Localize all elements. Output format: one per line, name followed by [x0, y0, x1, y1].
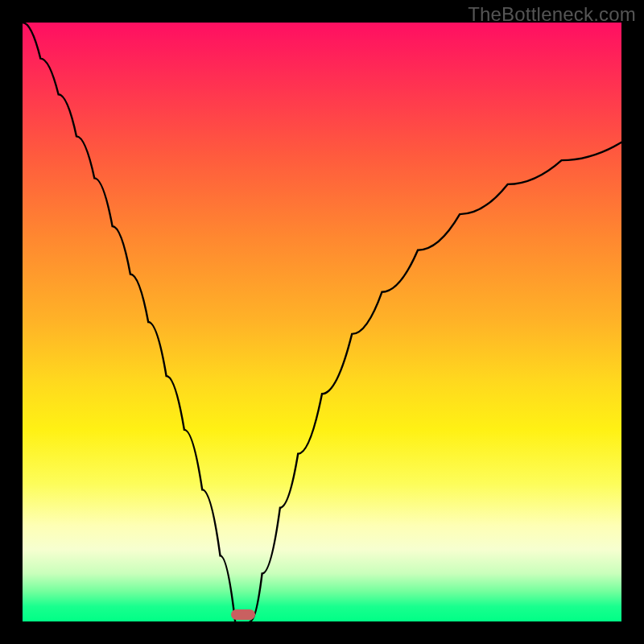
- curve-left-branch: [23, 23, 235, 621]
- bottleneck-curve: [23, 23, 621, 621]
- plot-area: [23, 23, 621, 621]
- chart-frame: TheBottleneck.com: [0, 0, 644, 644]
- curve-right-branch: [250, 142, 621, 621]
- bottleneck-marker: [231, 609, 255, 620]
